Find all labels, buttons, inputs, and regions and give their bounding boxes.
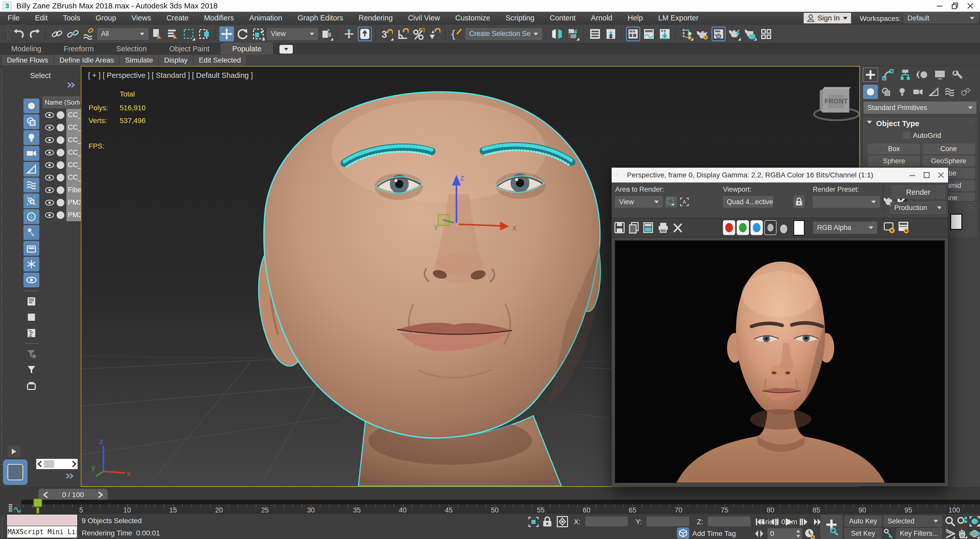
render-toggle-icon[interactable] xyxy=(57,199,64,207)
set-keys-button[interactable] xyxy=(821,515,842,539)
select-and-manipulate-icon[interactable] xyxy=(342,27,356,41)
primitive-button[interactable]: Box xyxy=(868,144,920,154)
collection-icon[interactable] xyxy=(24,378,39,393)
frame-navigator[interactable]: 0 / 100 xyxy=(38,489,108,501)
current-frame-field[interactable]: 0 xyxy=(767,528,802,539)
render-toggle-icon[interactable] xyxy=(57,149,64,156)
display-hidden-eye-icon[interactable] xyxy=(24,273,39,287)
zoom-extents-icon[interactable] xyxy=(969,516,980,527)
redo-icon[interactable] xyxy=(27,27,42,41)
menu-item[interactable]: Views xyxy=(124,14,159,22)
mono-channel-icon[interactable] xyxy=(764,220,776,235)
rfw-title-bar[interactable]: 3 Perspective, frame 0, Display Gamma: 2… xyxy=(612,168,948,183)
render-toggle-icon[interactable] xyxy=(57,111,64,119)
field-of-view-icon[interactable] xyxy=(945,528,956,539)
area-to-render-dropdown[interactable]: View xyxy=(615,196,663,207)
scroll-left-icon[interactable] xyxy=(36,460,44,468)
expand-chevrons-icon[interactable] xyxy=(65,473,76,479)
reference-coordinate-dropdown[interactable]: View xyxy=(267,28,318,40)
previous-frame-icon[interactable] xyxy=(768,516,781,528)
visibility-eye-icon[interactable] xyxy=(45,174,54,181)
save-image-icon[interactable] xyxy=(614,222,625,234)
spinner-snap-toggle-icon[interactable] xyxy=(427,27,442,41)
y-coordinate-field[interactable] xyxy=(646,516,689,526)
category-space-warps[interactable] xyxy=(942,85,957,99)
select-and-rotate-icon[interactable] xyxy=(235,27,250,41)
column-header-name[interactable]: Name (Sorted / xyxy=(42,97,80,108)
expand-chevrons-icon[interactable] xyxy=(67,82,77,88)
render-setup-icon[interactable] xyxy=(680,27,694,41)
display-geometry-icon[interactable] xyxy=(24,114,39,129)
panel-grip[interactable] xyxy=(0,68,3,466)
auto-region-icon[interactable]: A xyxy=(679,196,690,207)
tab-create[interactable] xyxy=(862,67,878,82)
tab-hierarchy[interactable] xyxy=(897,67,913,82)
rfw-viewport-dropdown[interactable]: Quad 4...ective xyxy=(723,196,773,207)
pan-hand-icon[interactable] xyxy=(957,528,968,539)
restore-icon[interactable] xyxy=(947,1,963,11)
undo-icon[interactable] xyxy=(12,27,26,41)
key-icon[interactable] xyxy=(883,528,894,539)
display-particles-icon[interactable] xyxy=(24,257,39,272)
define-idle-areas-button[interactable]: Define Idle Areas xyxy=(55,56,119,65)
go-to-start-icon[interactable] xyxy=(754,516,766,528)
rollout-collapse-icon[interactable] xyxy=(867,121,872,126)
blue-channel-icon[interactable] xyxy=(751,220,763,235)
ribbon-tab-object-paint[interactable]: Object Paint xyxy=(158,43,221,55)
menu-item[interactable]: Civil View xyxy=(400,14,447,22)
selection-filter-dropdown[interactable]: All xyxy=(97,28,148,40)
filter-config-icon[interactable] xyxy=(24,347,39,361)
visibility-eye-icon[interactable] xyxy=(45,149,54,156)
render-history-icon[interactable] xyxy=(897,221,910,234)
mirror-icon[interactable] xyxy=(550,27,564,41)
bind-to-space-warp-icon[interactable] xyxy=(81,27,96,41)
primitive-button[interactable]: Sphere xyxy=(868,156,920,166)
red-channel-icon[interactable] xyxy=(723,220,735,235)
color-correction-icon[interactable] xyxy=(883,221,896,234)
time-slider-handle[interactable] xyxy=(33,498,42,507)
spinner-icon[interactable] xyxy=(796,529,801,538)
select-and-link-icon[interactable] xyxy=(50,27,64,41)
primitive-button[interactable]: GeoSphere xyxy=(923,156,975,166)
menu-item[interactable]: Animation xyxy=(242,14,290,22)
named-selection-set-dropdown[interactable]: Create Selection Se xyxy=(465,28,542,40)
selection-lock-icon[interactable] xyxy=(542,516,552,528)
time-configuration-icon[interactable] xyxy=(804,528,816,539)
use-pivot-point-icon[interactable] xyxy=(320,27,334,41)
background-color-swatch[interactable] xyxy=(793,220,805,235)
sign-in-button[interactable]: Sign In xyxy=(803,13,851,24)
edit-selected-button[interactable]: Edit Selected xyxy=(194,56,246,65)
auto-key-button[interactable]: Auto Key xyxy=(845,516,882,526)
clear-image-icon[interactable] xyxy=(672,222,683,234)
menu-item[interactable]: Graph Editors xyxy=(290,14,351,22)
flat-view-icon[interactable] xyxy=(24,310,39,324)
timeline-ruler[interactable]: 5101520253035404550556065707580859095100 xyxy=(21,500,980,514)
menu-item[interactable]: Edit xyxy=(27,14,56,22)
select-and-scale-icon[interactable] xyxy=(251,27,266,41)
menu-item[interactable]: Group xyxy=(88,14,124,22)
zoom-all-icon[interactable] xyxy=(957,516,968,527)
scene-object-row[interactable]: CC_ xyxy=(42,134,80,146)
tab-display[interactable] xyxy=(932,67,948,82)
play-flyout-icon[interactable] xyxy=(8,445,21,457)
menu-item[interactable]: LM Exporter xyxy=(651,14,706,22)
edit-named-selection-sets-icon[interactable]: { } xyxy=(450,27,464,41)
category-lights[interactable] xyxy=(895,85,910,99)
window-crossing-icon[interactable] xyxy=(197,27,212,41)
schematic-view-icon[interactable] xyxy=(642,27,656,41)
visibility-eye-icon[interactable] xyxy=(45,212,54,218)
ribbon-minimize-icon[interactable] xyxy=(280,45,293,54)
rectangular-selection-region-icon[interactable] xyxy=(181,27,196,41)
scene-object-row[interactable]: CC_ xyxy=(42,159,80,171)
display-cameras-icon[interactable] xyxy=(24,146,39,161)
scene-object-row[interactable]: CC_ xyxy=(42,171,80,184)
menu-item[interactable]: Customize xyxy=(447,14,498,22)
set-key-button[interactable]: Set Key xyxy=(845,528,882,539)
tab-modify[interactable] xyxy=(880,67,896,82)
display-bones-icon[interactable] xyxy=(24,225,39,240)
z-coordinate-field[interactable] xyxy=(708,516,751,526)
menu-item[interactable]: Modifiers xyxy=(196,14,242,22)
category-cameras[interactable] xyxy=(910,85,925,99)
x-coordinate-field[interactable] xyxy=(585,516,628,526)
display-lights-icon[interactable] xyxy=(24,130,39,145)
